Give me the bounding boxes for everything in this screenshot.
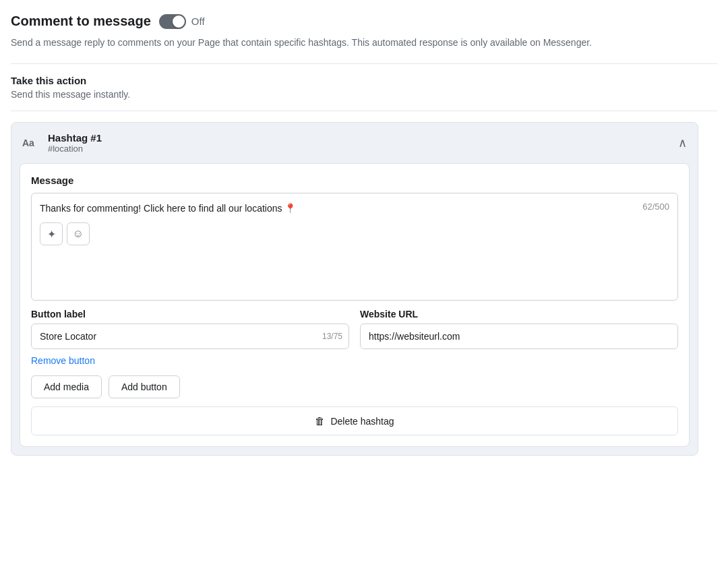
hashtag-card: Aa Hashtag #1 #location ∧ Message Thanks… [11, 122, 698, 456]
trash-icon: 🗑 [315, 415, 325, 427]
action-section-title: Take this action [11, 75, 717, 86]
toggle-knob [173, 16, 185, 28]
message-box: Thanks for commenting! Click here to fin… [31, 193, 678, 301]
emoji-toolbar-button[interactable]: ☺ [67, 222, 90, 245]
toggle-wrapper: Off [159, 14, 205, 29]
header-row: Comment to message Off [11, 13, 717, 29]
divider-2 [11, 111, 717, 111]
hashtag-info: Hashtag #1 #location [48, 132, 678, 154]
header-subtitle: Send a message reply to comments on your… [11, 36, 717, 50]
website-url-label: Website URL [360, 309, 678, 319]
website-url-input[interactable] [360, 324, 678, 349]
hashtag-aa-label: Aa [22, 138, 38, 148]
message-toolbar: ✦ ☺ [40, 222, 669, 245]
chevron-up-icon: ∧ [678, 135, 687, 150]
divider-1 [11, 63, 717, 64]
add-media-button[interactable]: Add media [31, 375, 102, 398]
add-button-button[interactable]: Add button [109, 375, 180, 398]
action-buttons-row: Add media Add button [31, 375, 678, 398]
button-label-input-wrapper: 13/75 [31, 324, 349, 349]
button-label-label: Button label [31, 309, 349, 319]
message-counter: 62/500 [642, 202, 669, 212]
hashtag-header[interactable]: Aa Hashtag #1 #location ∧ [11, 123, 698, 163]
page-title: Comment to message [11, 13, 151, 29]
magic-icon: ✦ [47, 228, 56, 241]
button-label-group: Button label 13/75 [31, 309, 349, 349]
message-top-row: Thanks for commenting! Click here to fin… [40, 202, 669, 216]
hashtag-tag: #location [48, 144, 678, 154]
hashtag-body: Message Thanks for commenting! Click her… [20, 163, 690, 447]
hashtag-name: Hashtag #1 [48, 132, 678, 144]
toggle-label: Off [191, 16, 205, 27]
toggle[interactable] [159, 14, 186, 29]
website-url-group: Website URL [360, 309, 678, 349]
emoji-icon: ☺ [73, 228, 84, 240]
delete-hashtag-button[interactable]: 🗑 Delete hashtag [31, 406, 678, 435]
website-url-input-wrapper [360, 324, 678, 349]
magic-toolbar-button[interactable]: ✦ [40, 222, 63, 245]
action-section-subtitle: Send this message instantly. [11, 89, 717, 100]
delete-hashtag-label: Delete hashtag [330, 416, 394, 427]
fields-row: Button label 13/75 Website URL [31, 309, 678, 349]
message-label: Message [31, 175, 678, 186]
message-text[interactable]: Thanks for commenting! Click here to fin… [40, 202, 637, 216]
remove-button[interactable]: Remove button [31, 355, 95, 366]
action-section: Take this action Send this message insta… [11, 75, 717, 100]
button-label-input[interactable] [31, 324, 349, 349]
